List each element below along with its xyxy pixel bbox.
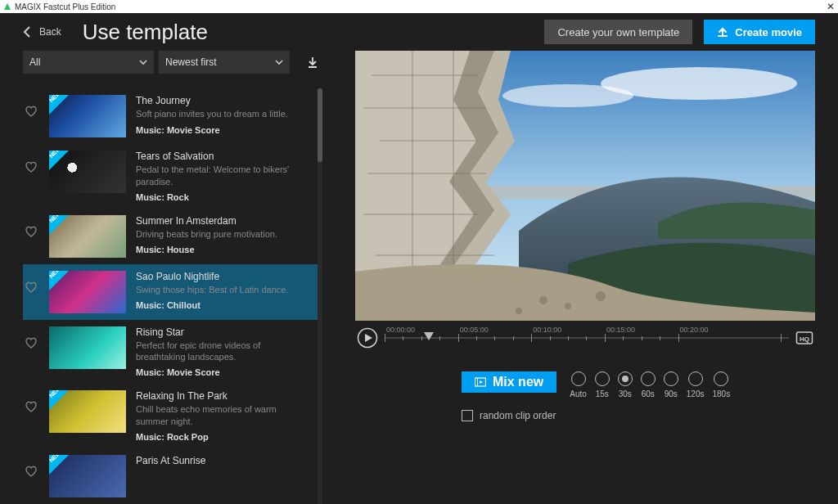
duration-option[interactable]: 60s: [641, 371, 656, 398]
new-badge: NEW: [49, 390, 69, 410]
duration-label: 180s: [713, 389, 731, 398]
duration-label: 15s: [596, 389, 609, 398]
play-icon: [357, 327, 378, 349]
filters: All Newest first: [23, 51, 322, 74]
template-desc: Perfect for epic drone videos of breatht…: [136, 340, 311, 363]
duration-label: 90s: [665, 389, 678, 398]
favorite-button[interactable]: [23, 105, 39, 118]
template-title: Paris At Sunrise: [136, 455, 311, 466]
favorite-button[interactable]: [23, 400, 39, 413]
timeline[interactable]: 00:00:0000:05:0000:10:0000:15:0000:20:00: [385, 326, 789, 350]
window-titlebar: MAGIX Fastcut Plus Edition ✕: [0, 0, 838, 13]
playhead[interactable]: [424, 332, 434, 340]
template-title: Tears of Salvation: [136, 151, 311, 162]
svg-point-12: [539, 296, 547, 304]
favorite-button[interactable]: [23, 160, 39, 173]
duration-option[interactable]: 90s: [664, 371, 678, 398]
timecode-label: 00:15:00: [606, 326, 635, 334]
duration-option[interactable]: 120s: [687, 371, 705, 398]
download-button[interactable]: [303, 52, 322, 72]
svg-text:HQ: HQ: [800, 335, 809, 343]
template-meta: Tears of SalvationPedal to the metal: We…: [136, 151, 311, 202]
random-clip-order-label: random clip order: [480, 410, 556, 421]
duration-label: 60s: [642, 389, 655, 398]
svg-point-14: [596, 291, 606, 301]
template-scrollbar[interactable]: [318, 88, 322, 504]
template-thumbnail: NEW: [49, 95, 126, 137]
svg-point-2: [502, 84, 633, 107]
create-movie-label: Create movie: [735, 26, 802, 38]
template-title: The Journey: [136, 95, 311, 106]
template-item[interactable]: NEWThe JourneySoft piano invites you to …: [23, 88, 318, 144]
template-desc: Soft piano invites you to dream a little…: [136, 108, 311, 119]
category-select[interactable]: All: [23, 51, 154, 74]
template-meta: The JourneySoft piano invites you to dre…: [136, 95, 311, 134]
template-thumbnail: NEW: [49, 271, 126, 313]
template-desc: Chill beats echo memories of warm summer…: [136, 403, 311, 427]
back-button[interactable]: Back: [23, 26, 61, 38]
template-title: Sao Paulo Nightlife: [136, 271, 311, 282]
app-icon: [3, 2, 11, 11]
sort-select[interactable]: Newest first: [159, 51, 290, 74]
duration-option[interactable]: 30s: [618, 371, 633, 398]
mix-new-label: Mix new: [493, 375, 543, 389]
window-close-button[interactable]: ✕: [827, 1, 835, 12]
template-desc: Driving beats bring pure motivation.: [136, 228, 311, 240]
template-thumbnail: [49, 326, 126, 369]
template-meta: Relaxing In The ParkChill beats echo mem…: [136, 390, 311, 442]
heart-icon: [25, 465, 38, 478]
duration-option[interactable]: Auto: [570, 371, 587, 398]
mix-new-button[interactable]: Mix new: [462, 371, 556, 393]
template-music: Music: Movie Score: [136, 367, 311, 377]
template-title: Rising Star: [136, 326, 311, 338]
template-music: Music: Movie Score: [136, 125, 311, 135]
new-badge: NEW: [49, 455, 69, 475]
upload-icon: [717, 26, 728, 38]
template-meta: Paris At Sunrise: [136, 455, 311, 468]
template-desc: Pedal to the metal: Welcome to bikers' p…: [136, 164, 311, 187]
favorite-button[interactable]: [23, 281, 39, 294]
timecode-label: 00:00:00: [386, 326, 415, 334]
svg-point-13: [565, 303, 571, 309]
template-item[interactable]: NEWSao Paulo NightlifeSwing those hips: …: [23, 264, 318, 320]
duration-option[interactable]: 15s: [595, 371, 610, 398]
template-thumbnail: NEW: [49, 455, 126, 497]
svg-point-15: [516, 308, 522, 314]
template-item[interactable]: NEWTears of SalvationPedal to the metal:…: [23, 144, 318, 209]
heart-icon: [25, 105, 38, 118]
template-desc: Swing those hips: Best of Latin dance.: [136, 284, 311, 295]
template-item[interactable]: NEWRelaxing In The ParkChill beats echo …: [23, 384, 318, 448]
template-item[interactable]: Rising StarPerfect for epic drone videos…: [23, 320, 318, 385]
topbar: Back Use template Create your own templa…: [0, 13, 838, 51]
hq-button[interactable]: HQ: [794, 327, 815, 349]
hq-icon: HQ: [795, 329, 813, 347]
create-own-template-button[interactable]: Create your own template: [544, 20, 692, 44]
new-badge: NEW: [49, 151, 69, 170]
heart-icon: [25, 336, 38, 349]
preview-video[interactable]: [355, 51, 815, 321]
create-movie-button[interactable]: Create movie: [704, 20, 815, 44]
template-music: Music: Rock Pop: [136, 432, 311, 442]
heart-icon: [25, 160, 38, 173]
template-item[interactable]: NEWParis At Sunrise: [23, 448, 318, 504]
favorite-button[interactable]: [23, 336, 39, 349]
template-item[interactable]: NEWSummer In AmsterdamDriving beats brin…: [23, 209, 318, 264]
random-clip-order-checkbox[interactable]: [462, 410, 473, 421]
play-button[interactable]: [355, 326, 380, 350]
duration-label: 30s: [619, 389, 632, 398]
template-thumbnail: NEW: [49, 215, 126, 258]
template-music: Music: Chillout: [136, 300, 311, 310]
template-music: Music: Rock: [136, 192, 311, 202]
favorite-button[interactable]: [23, 225, 39, 238]
duration-option[interactable]: 180s: [713, 371, 731, 398]
download-icon: [306, 56, 319, 69]
template-music: Music: House: [136, 245, 311, 254]
timecode-label: 00:05:00: [460, 326, 489, 334]
heart-icon: [25, 225, 38, 238]
favorite-button[interactable]: [23, 465, 39, 478]
template-meta: Sao Paulo NightlifeSwing those hips: Bes…: [136, 271, 311, 310]
page-title: Use template: [83, 20, 545, 45]
new-badge: NEW: [49, 215, 69, 235]
window-title: MAGIX Fastcut Plus Edition: [15, 2, 115, 11]
template-title: Relaxing In The Park: [136, 390, 311, 402]
